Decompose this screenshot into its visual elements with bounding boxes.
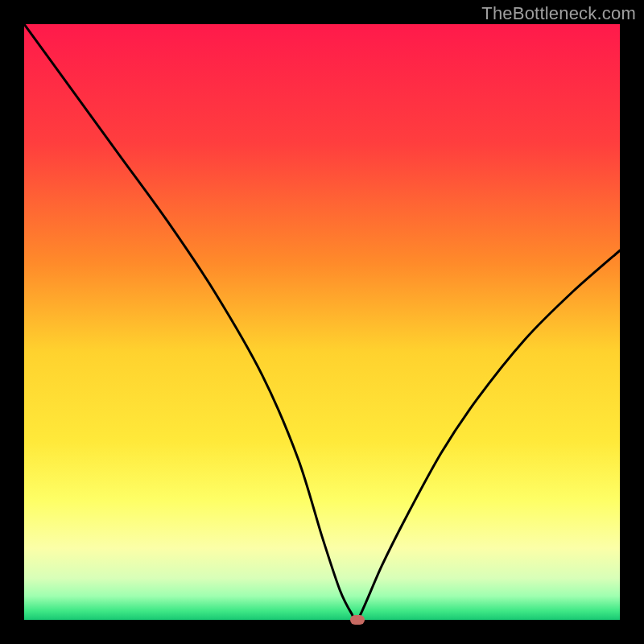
- curve-layer: [24, 24, 620, 620]
- watermark-text: TheBottleneck.com: [481, 3, 636, 24]
- chart-frame: TheBottleneck.com: [0, 0, 644, 644]
- minimum-marker: [350, 615, 365, 625]
- bottleneck-curve: [24, 24, 620, 620]
- plot-area: [24, 24, 620, 620]
